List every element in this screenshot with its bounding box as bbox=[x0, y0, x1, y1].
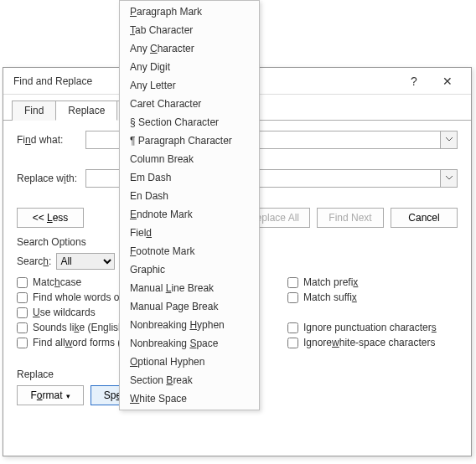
special-menu-item[interactable]: Paragraph Mark bbox=[120, 3, 259, 21]
special-menu-item[interactable]: White Space bbox=[120, 389, 259, 408]
special-menu-item[interactable]: Nonbreaking Space bbox=[120, 334, 259, 353]
special-menu-item[interactable]: Em Dash bbox=[120, 168, 259, 187]
special-menu-item[interactable]: Nonbreaking Hyphen bbox=[120, 316, 259, 334]
find-what-label: Find what: bbox=[17, 134, 85, 146]
find-what-dropdown[interactable] bbox=[441, 131, 458, 149]
special-menu-item[interactable]: § Section Character bbox=[120, 113, 259, 131]
special-menu-item[interactable]: Any Letter bbox=[120, 76, 259, 95]
special-menu-item[interactable]: Tab Character bbox=[120, 21, 259, 39]
special-menu-item[interactable]: En Dash bbox=[120, 187, 259, 205]
less-button[interactable]: << Less bbox=[17, 208, 84, 228]
tab-replace[interactable]: Replace bbox=[55, 101, 117, 121]
special-menu-item[interactable]: Optional Hyphen bbox=[120, 353, 259, 371]
search-direction-label: Search: bbox=[17, 255, 51, 267]
special-menu-item[interactable]: Caret Character bbox=[120, 95, 259, 113]
ignore-punct-check[interactable]: Ignore punctuation characters bbox=[287, 322, 458, 333]
match-prefix-check[interactable]: Match prefix bbox=[287, 276, 458, 288]
special-menu-item[interactable]: Column Break bbox=[120, 150, 259, 168]
close-button[interactable]: ✕ bbox=[431, 68, 464, 95]
special-menu-item[interactable]: Manual Line Break bbox=[120, 279, 259, 297]
cancel-button[interactable]: Cancel bbox=[391, 208, 458, 228]
special-menu-item[interactable]: Manual Page Break bbox=[120, 297, 259, 316]
ignore-white-check[interactable]: Ignore white-space characters bbox=[287, 337, 458, 348]
match-suffix-check[interactable]: Match suffix bbox=[287, 291, 458, 303]
find-next-button[interactable]: Find Next bbox=[317, 208, 384, 228]
special-menu-item[interactable]: ¶ Paragraph Character bbox=[120, 131, 259, 150]
special-menu-item[interactable]: Any Digit bbox=[120, 58, 259, 76]
special-menu-item[interactable]: Footnote Mark bbox=[120, 242, 259, 260]
special-menu-item[interactable]: Any Character bbox=[120, 39, 259, 58]
replace-with-label: Replace with: bbox=[17, 173, 85, 184]
special-menu: Paragraph MarkTab CharacterAny Character… bbox=[119, 0, 260, 410]
special-menu-item[interactable]: Section Break bbox=[120, 371, 259, 389]
special-menu-item[interactable]: Field bbox=[120, 224, 259, 242]
dialog-title: Find and Replace bbox=[13, 68, 92, 95]
chevron-down-icon bbox=[445, 135, 453, 143]
replace-with-dropdown[interactable] bbox=[441, 169, 458, 188]
special-menu-item[interactable]: Graphic bbox=[120, 260, 259, 279]
help-button[interactable]: ? bbox=[397, 68, 431, 95]
search-direction-select[interactable]: All bbox=[56, 253, 115, 270]
tab-find[interactable]: Find bbox=[12, 101, 56, 121]
format-button[interactable]: Format▾ bbox=[17, 385, 84, 405]
chevron-down-icon bbox=[445, 173, 453, 182]
special-menu-item[interactable]: Endnote Mark bbox=[120, 205, 259, 224]
